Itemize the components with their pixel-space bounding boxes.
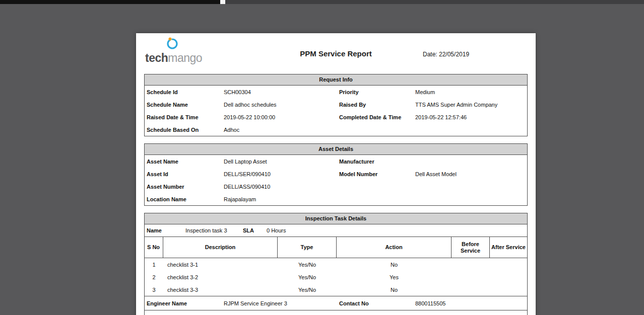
task-table-header: S No Description Type Action Before Serv… (145, 237, 527, 258)
field-label: Asset Name (145, 159, 224, 165)
field-label: Schedule Id (145, 89, 224, 95)
task-sno: 1 (145, 262, 163, 268)
task-name-row: Name Inspection task 3 SLA 0 Hours (145, 224, 527, 237)
engineer-row: Engineer Name RJPM Service Engineer 3 Co… (145, 296, 527, 310)
field-value: DELL/SER/090410 (224, 171, 339, 177)
task-type: Yes/No (278, 274, 337, 280)
field-label: Engineer Name (145, 300, 224, 306)
sla-label: SLA (243, 227, 267, 233)
task-name-label: Name (145, 227, 185, 233)
column-header-before-service: Before Service (452, 237, 490, 258)
field-label: Contact No (339, 300, 415, 306)
field-label: Asset Number (145, 184, 224, 190)
field-label: Raised By (339, 102, 415, 108)
field-value: 2019-05-22 10:00:00 (224, 114, 339, 120)
field-value: Dell Asset Model (415, 171, 527, 177)
field-value: RJPM Service Engineer 3 (224, 300, 339, 306)
report-header: techmango PPM Service Report Date: 22/05… (144, 33, 528, 74)
info-row: Schedule Based On Adhoc (145, 123, 527, 136)
request-info-section: Request Info Schedule Id SCH00304 Priori… (144, 74, 528, 136)
asset-details-section: Asset Details Asset Name Dell Laptop Ass… (144, 143, 528, 206)
inspection-task-section: Inspection Task Details Name Inspection … (144, 213, 528, 315)
info-row: Raised Date & Time 2019-05-22 10:00:00 C… (145, 111, 527, 123)
field-value: Rajapalayam (224, 196, 339, 202)
field-value: 8800115505 (415, 300, 527, 306)
task-action: No (337, 262, 452, 268)
field-value: Dell adhoc schedules (224, 102, 339, 108)
task-row: 1 checklist 3-1 Yes/No No (145, 258, 527, 271)
sla-value: 0 Hours (267, 227, 527, 233)
task-description: checklist 3-3 (163, 287, 278, 293)
request-info-header: Request Info (145, 74, 527, 86)
task-row: 3 checklist 3-3 Yes/No No (145, 283, 527, 296)
task-sno: 2 (145, 274, 163, 280)
info-row: Schedule Name Dell adhoc schedules Raise… (145, 98, 527, 111)
inspection-task-header: Inspection Task Details (145, 213, 527, 224)
task-action: Yes (337, 274, 452, 280)
field-value: TTS AMS Super Admin Company (415, 102, 527, 108)
column-header-action: Action (337, 237, 452, 258)
info-row: Schedule Id SCH00304 Priority Medium (145, 86, 527, 98)
column-header-type: Type (278, 237, 337, 258)
field-label: Model Number (339, 171, 415, 177)
report-page: techmango PPM Service Report Date: 22/05… (136, 33, 536, 315)
info-row: Asset Number DELL/ASS/090410 (145, 180, 527, 193)
report-date: Date: 22/05/2019 (423, 51, 469, 58)
field-value: 2019-05-22 12:57:46 (415, 114, 527, 120)
task-description: checklist 3-2 (163, 274, 278, 280)
chrome-bar-tab-notch (220, 0, 225, 4)
field-label: Schedule Based On (145, 127, 224, 133)
field-value: Adhoc (224, 127, 339, 133)
field-value: SCH00304 (224, 89, 339, 95)
column-header-after-service: After Service (490, 237, 527, 258)
field-value: Medium (415, 89, 527, 95)
task-name-value: Inspection task 3 (185, 227, 243, 233)
field-value: DELL/ASS/090410 (224, 184, 339, 190)
field-label: Manufacturer (339, 159, 415, 165)
field-label: Priority (339, 89, 415, 95)
task-row: 2 checklist 3-2 Yes/No Yes (145, 271, 527, 283)
field-label: Completed Date & Time (339, 114, 415, 120)
checkin-checkout-row: Checkin Date & Time 2019-05-22 10:40:25 … (145, 310, 527, 315)
report-title: PPM Service Report (144, 49, 528, 58)
browser-chrome-bar (0, 0, 644, 4)
task-type: Yes/No (278, 287, 337, 293)
field-value: Dell Laptop Asset (224, 159, 339, 165)
task-type: Yes/No (278, 262, 337, 268)
field-label: Asset Id (145, 171, 224, 177)
task-description: checklist 3-1 (163, 262, 278, 268)
pdf-viewer: techmango PPM Service Report Date: 22/05… (0, 0, 644, 315)
field-label: Raised Date & Time (145, 114, 224, 120)
column-header-sno: S No (145, 237, 163, 258)
field-label: Schedule Name (145, 102, 224, 108)
chrome-bar-dark-segment (0, 0, 220, 4)
task-action: No (337, 287, 452, 293)
asset-details-header: Asset Details (145, 144, 527, 155)
task-sno: 3 (145, 287, 163, 293)
info-row: Location Name Rajapalayam (145, 193, 527, 205)
column-header-description: Description (163, 237, 278, 258)
field-label: Location Name (145, 196, 224, 202)
info-row: Asset Id DELL/SER/090410 Model Number De… (145, 168, 527, 180)
info-row: Asset Name Dell Laptop Asset Manufacture… (145, 155, 527, 168)
